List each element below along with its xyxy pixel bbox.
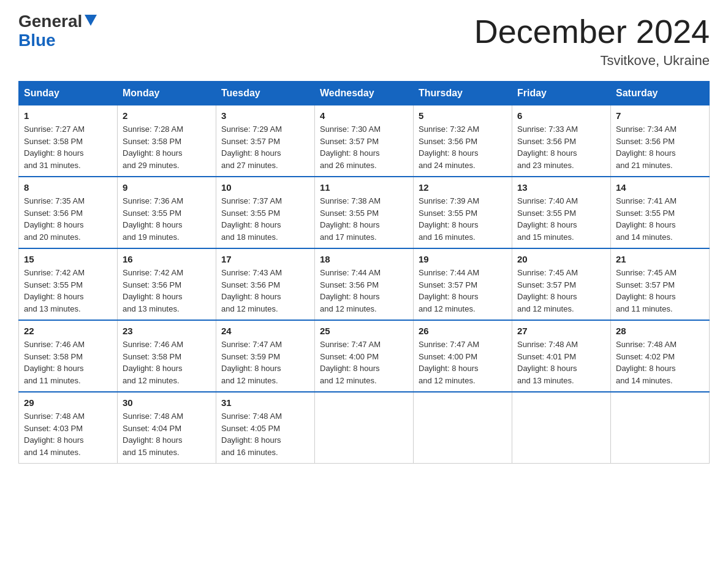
day-info: Sunrise: 7:38 AMSunset: 3:55 PMDaylight:… — [320, 195, 408, 243]
day-info: Sunrise: 7:48 AMSunset: 4:05 PMDaylight:… — [221, 410, 309, 458]
calendar-cell — [315, 392, 414, 464]
day-info: Sunrise: 7:27 AMSunset: 3:58 PMDaylight:… — [24, 123, 112, 171]
day-number: 10 — [221, 182, 309, 193]
svg-marker-0 — [85, 15, 97, 26]
day-info: Sunrise: 7:45 AMSunset: 3:57 PMDaylight:… — [616, 267, 704, 315]
weekday-header-tuesday: Tuesday — [216, 82, 315, 105]
calendar-cell: 19Sunrise: 7:44 AMSunset: 3:57 PMDayligh… — [414, 248, 512, 320]
month-title: December 2024 — [474, 12, 710, 50]
day-info: Sunrise: 7:44 AMSunset: 3:56 PMDaylight:… — [320, 267, 408, 315]
weekday-header-friday: Friday — [512, 82, 611, 105]
day-number: 29 — [24, 397, 112, 408]
day-number: 21 — [616, 254, 704, 264]
title-block: December 2024 Tsvitkove, Ukraine — [474, 12, 710, 69]
weekday-header-sunday: Sunday — [19, 82, 118, 105]
calendar-cell: 2Sunrise: 7:28 AMSunset: 3:58 PMDaylight… — [118, 105, 216, 177]
day-number: 26 — [419, 326, 507, 336]
calendar-cell: 22Sunrise: 7:46 AMSunset: 3:58 PMDayligh… — [19, 320, 118, 392]
calendar-cell: 17Sunrise: 7:43 AMSunset: 3:56 PMDayligh… — [216, 248, 315, 320]
day-info: Sunrise: 7:48 AMSunset: 4:04 PMDaylight:… — [123, 410, 211, 458]
calendar-cell: 13Sunrise: 7:40 AMSunset: 3:55 PMDayligh… — [512, 177, 611, 248]
day-info: Sunrise: 7:48 AMSunset: 4:02 PMDaylight:… — [616, 339, 704, 386]
calendar-cell: 30Sunrise: 7:48 AMSunset: 4:04 PMDayligh… — [118, 392, 216, 464]
calendar-cell: 20Sunrise: 7:45 AMSunset: 3:57 PMDayligh… — [512, 248, 611, 320]
calendar-row-0: 1Sunrise: 7:27 AMSunset: 3:58 PMDaylight… — [19, 105, 710, 177]
day-number: 19 — [419, 254, 507, 264]
day-number: 6 — [517, 110, 605, 121]
day-number: 15 — [24, 254, 112, 264]
day-info: Sunrise: 7:48 AMSunset: 4:01 PMDaylight:… — [517, 339, 605, 386]
calendar-row-1: 8Sunrise: 7:35 AMSunset: 3:56 PMDaylight… — [19, 177, 710, 248]
day-number: 4 — [320, 110, 408, 121]
calendar-cell: 29Sunrise: 7:48 AMSunset: 4:03 PMDayligh… — [19, 392, 118, 464]
day-number: 12 — [419, 182, 507, 193]
calendar-cell — [512, 392, 611, 464]
calendar-cell: 28Sunrise: 7:48 AMSunset: 4:02 PMDayligh… — [611, 320, 710, 392]
logo-general-text: General — [18, 12, 82, 31]
day-number: 17 — [221, 254, 309, 264]
calendar-cell: 7Sunrise: 7:34 AMSunset: 3:56 PMDaylight… — [611, 105, 710, 177]
calendar-cell — [414, 392, 512, 464]
weekday-header-monday: Monday — [118, 82, 216, 105]
calendar-cell: 9Sunrise: 7:36 AMSunset: 3:55 PMDaylight… — [118, 177, 216, 248]
logo-arrow-icon — [85, 15, 97, 29]
day-info: Sunrise: 7:47 AMSunset: 4:00 PMDaylight:… — [419, 339, 507, 386]
day-number: 11 — [320, 182, 408, 193]
calendar-cell: 5Sunrise: 7:32 AMSunset: 3:56 PMDaylight… — [414, 105, 512, 177]
day-number: 3 — [221, 110, 309, 121]
calendar-cell: 16Sunrise: 7:42 AMSunset: 3:56 PMDayligh… — [118, 248, 216, 320]
calendar-cell: 3Sunrise: 7:29 AMSunset: 3:57 PMDaylight… — [216, 105, 315, 177]
calendar-row-4: 29Sunrise: 7:48 AMSunset: 4:03 PMDayligh… — [19, 392, 710, 464]
weekday-header-thursday: Thursday — [414, 82, 512, 105]
day-info: Sunrise: 7:47 AMSunset: 3:59 PMDaylight:… — [221, 339, 309, 386]
weekday-header-row: SundayMondayTuesdayWednesdayThursdayFrid… — [19, 82, 710, 105]
day-info: Sunrise: 7:45 AMSunset: 3:57 PMDaylight:… — [517, 267, 605, 315]
day-number: 16 — [123, 254, 211, 264]
day-info: Sunrise: 7:46 AMSunset: 3:58 PMDaylight:… — [123, 339, 211, 386]
calendar-cell: 15Sunrise: 7:42 AMSunset: 3:55 PMDayligh… — [19, 248, 118, 320]
calendar-cell: 21Sunrise: 7:45 AMSunset: 3:57 PMDayligh… — [611, 248, 710, 320]
day-info: Sunrise: 7:43 AMSunset: 3:56 PMDaylight:… — [221, 267, 309, 315]
day-number: 31 — [221, 397, 309, 408]
logo-blue-text: Blue — [18, 31, 56, 50]
day-info: Sunrise: 7:35 AMSunset: 3:56 PMDaylight:… — [24, 195, 112, 243]
day-number: 23 — [123, 326, 211, 336]
day-info: Sunrise: 7:34 AMSunset: 3:56 PMDaylight:… — [616, 123, 704, 171]
day-number: 7 — [616, 110, 704, 121]
day-info: Sunrise: 7:39 AMSunset: 3:55 PMDaylight:… — [419, 195, 507, 243]
day-info: Sunrise: 7:33 AMSunset: 3:56 PMDaylight:… — [517, 123, 605, 171]
calendar-cell: 1Sunrise: 7:27 AMSunset: 3:58 PMDaylight… — [19, 105, 118, 177]
day-number: 14 — [616, 182, 704, 193]
calendar-row-2: 15Sunrise: 7:42 AMSunset: 3:55 PMDayligh… — [19, 248, 710, 320]
day-info: Sunrise: 7:30 AMSunset: 3:57 PMDaylight:… — [320, 123, 408, 171]
calendar-cell: 24Sunrise: 7:47 AMSunset: 3:59 PMDayligh… — [216, 320, 315, 392]
day-number: 24 — [221, 326, 309, 336]
day-info: Sunrise: 7:47 AMSunset: 4:00 PMDaylight:… — [320, 339, 408, 386]
calendar-cell: 26Sunrise: 7:47 AMSunset: 4:00 PMDayligh… — [414, 320, 512, 392]
day-number: 25 — [320, 326, 408, 336]
calendar-cell: 18Sunrise: 7:44 AMSunset: 3:56 PMDayligh… — [315, 248, 414, 320]
day-info: Sunrise: 7:42 AMSunset: 3:55 PMDaylight:… — [24, 267, 112, 315]
day-info: Sunrise: 7:37 AMSunset: 3:55 PMDaylight:… — [221, 195, 309, 243]
calendar-cell — [611, 392, 710, 464]
page-header: General Blue December 2024 Tsvitkove, Uk… — [18, 12, 710, 69]
day-info: Sunrise: 7:36 AMSunset: 3:55 PMDaylight:… — [123, 195, 211, 243]
calendar-cell: 4Sunrise: 7:30 AMSunset: 3:57 PMDaylight… — [315, 105, 414, 177]
location-text: Tsvitkove, Ukraine — [474, 53, 710, 69]
calendar-cell: 31Sunrise: 7:48 AMSunset: 4:05 PMDayligh… — [216, 392, 315, 464]
day-number: 13 — [517, 182, 605, 193]
calendar-cell: 14Sunrise: 7:41 AMSunset: 3:55 PMDayligh… — [611, 177, 710, 248]
calendar-table: SundayMondayTuesdayWednesdayThursdayFrid… — [18, 81, 710, 464]
day-number: 8 — [24, 182, 112, 193]
day-info: Sunrise: 7:41 AMSunset: 3:55 PMDaylight:… — [616, 195, 704, 243]
day-info: Sunrise: 7:44 AMSunset: 3:57 PMDaylight:… — [419, 267, 507, 315]
day-info: Sunrise: 7:40 AMSunset: 3:55 PMDaylight:… — [517, 195, 605, 243]
day-info: Sunrise: 7:46 AMSunset: 3:58 PMDaylight:… — [24, 339, 112, 386]
weekday-header-saturday: Saturday — [611, 82, 710, 105]
calendar-cell: 23Sunrise: 7:46 AMSunset: 3:58 PMDayligh… — [118, 320, 216, 392]
day-number: 30 — [123, 397, 211, 408]
day-number: 28 — [616, 326, 704, 336]
logo: General Blue — [18, 12, 97, 50]
calendar-row-3: 22Sunrise: 7:46 AMSunset: 3:58 PMDayligh… — [19, 320, 710, 392]
day-number: 18 — [320, 254, 408, 264]
